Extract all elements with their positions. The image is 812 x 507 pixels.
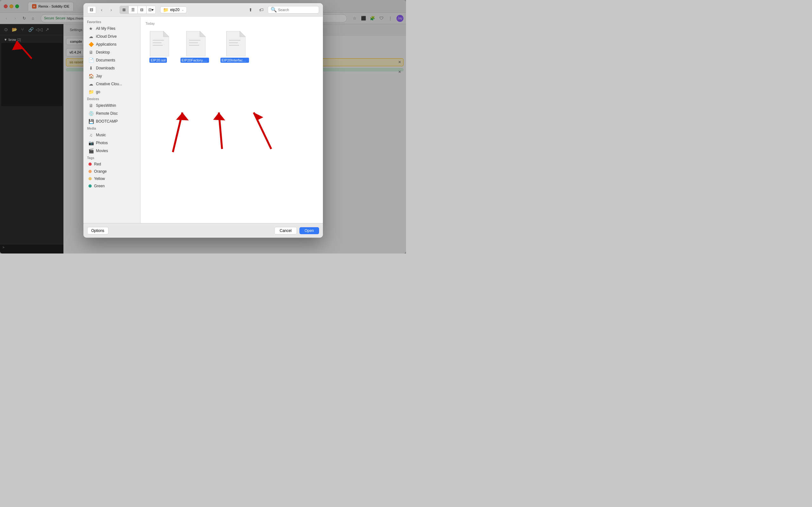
icloud-icon: ☁ (89, 34, 94, 39)
desktop-icon: 🖥 (89, 50, 94, 55)
downloads-icon: ⬇ (89, 66, 94, 71)
sidebar-item-label: Yellow (94, 176, 105, 181)
file-item-eip20factory[interactable]: EIP20Factory.sol (179, 29, 211, 65)
sidebar-item-applications[interactable]: 🔶 Applications (85, 41, 139, 48)
location-name: eip20 (170, 8, 180, 12)
picker-forward-btn[interactable]: › (107, 6, 115, 14)
applications-icon: 🔶 (89, 42, 94, 47)
svg-rect-6 (229, 40, 241, 41)
svg-marker-10 (12, 41, 22, 50)
picker-back-btn[interactable]: ‹ (98, 6, 106, 14)
tag-green-dot (89, 184, 92, 187)
search-input[interactable] (278, 8, 316, 12)
media-label: Media (84, 125, 140, 131)
computer-icon: 🖥 (89, 103, 94, 108)
sidebar-item-label: Desktop (96, 50, 110, 55)
sidebar-item-documents[interactable]: 📄 Documents (85, 56, 139, 64)
sidebar-item-label: Movies (96, 149, 108, 153)
all-files-icon: ★ (89, 26, 94, 31)
picker-tag-btn[interactable]: 🏷 (257, 6, 266, 14)
svg-rect-4 (189, 43, 198, 43)
sidebar-item-music[interactable]: ♫ Music (85, 131, 139, 139)
svg-rect-7 (229, 43, 238, 43)
sidebar-item-label: Applications (96, 42, 117, 47)
picker-sidebar: Favorites ★ All My Files ☁ iCloud Drive … (84, 16, 141, 223)
sidebar-toggle-btn[interactable]: ⊟ (87, 6, 96, 14)
tag-orange-dot (89, 170, 92, 173)
tags-label: Tags (84, 155, 140, 160)
photos-icon: 📷 (89, 140, 94, 146)
movies-icon: 🎬 (89, 148, 94, 153)
picker-toolbar: ⊟ ‹ › ⊞ ☰ ⊟ ⊡▾ 📁 eip20 ⌄ ⬆ 🏷 (84, 3, 323, 16)
picker-body: Favorites ★ All My Files ☁ iCloud Drive … (84, 16, 323, 223)
disc-icon: 💿 (89, 111, 94, 116)
view-cover-btn[interactable]: ⊡▾ (147, 6, 155, 14)
browser-window: R Remix - Solidity IDE ‹ › ↻ ⌂ Secure Se… (0, 0, 406, 253)
sidebar-item-go[interactable]: 📁 go (85, 88, 139, 96)
file-icon-eip20interface (224, 31, 246, 56)
picker-location[interactable]: 📁 eip20 ⌄ (160, 6, 187, 13)
sidebar-item-remote-disc[interactable]: 💿 Remote Disc (85, 110, 139, 117)
options-button[interactable]: Options (87, 227, 108, 234)
file-label-eip20factory: EIP20Factory.sol (181, 58, 209, 63)
sidebar-item-jay[interactable]: 🏠 Jay (85, 72, 139, 80)
file-item-eip20interface[interactable]: EIP20Interface.sol (218, 29, 251, 65)
picker-footer: Options Cancel Open (84, 223, 323, 238)
sidebar-item-label: Documents (96, 58, 115, 62)
sidebar-item-label: All My Files (96, 26, 115, 31)
sidebar-item-label: BOOTCAMP (96, 119, 118, 124)
favorites-label: Favorites (84, 19, 140, 24)
svg-rect-2 (153, 45, 163, 46)
sidebar-item-downloads[interactable]: ⬇ Downloads (85, 64, 139, 72)
sidebar-item-icloud[interactable]: ☁ iCloud Drive (85, 33, 139, 40)
documents-icon: 📄 (89, 58, 94, 63)
view-list-btn[interactable]: ☰ (129, 6, 138, 14)
sidebar-item-tag-red[interactable]: Red (85, 161, 139, 168)
sidebar-item-bootcamp[interactable]: 💾 BOOTCAMP (85, 118, 139, 125)
file-picker: ⊟ ‹ › ⊞ ☰ ⊟ ⊡▾ 📁 eip20 ⌄ ⬆ 🏷 (84, 3, 323, 238)
sidebar-item-label: Music (96, 133, 106, 137)
location-folder-icon: 📁 (163, 7, 168, 12)
sidebar-item-movies[interactable]: 🎬 Movies (85, 147, 139, 155)
sidebar-item-label: Photos (96, 141, 108, 145)
view-icon-btn[interactable]: ⊞ (120, 6, 129, 14)
cancel-button[interactable]: Cancel (274, 227, 297, 234)
file-icon-eip20factory (184, 31, 206, 56)
user-home-icon: 🏠 (89, 73, 94, 78)
svg-rect-5 (189, 45, 199, 46)
sidebar-item-label: iCloud Drive (96, 34, 117, 39)
picker-search[interactable]: 🔍 (268, 6, 319, 14)
sidebar-item-label: Creative Clou... (96, 82, 122, 86)
sidebar-item-desktop[interactable]: 🖥 Desktop (85, 49, 139, 56)
sidebar-item-label: Downloads (96, 66, 115, 70)
sidebar-item-photos[interactable]: 📷 Photos (85, 139, 139, 147)
sidebar-item-label: go (96, 90, 100, 94)
picker-share-btn[interactable]: ⬆ (246, 6, 255, 14)
sidebar-item-label: SpiesWithin (96, 103, 116, 108)
sidebar-item-tag-green[interactable]: Green (85, 182, 139, 189)
sidebar-item-spieswithin[interactable]: 🖥 SpiesWithin (85, 102, 139, 109)
devices-label: Devices (84, 96, 140, 101)
sidebar-item-label: Orange (94, 169, 107, 174)
search-icon: 🔍 (270, 7, 277, 13)
svg-rect-1 (153, 43, 161, 43)
dialog-overlay: ⊟ ‹ › ⊞ ☰ ⊟ ⊡▾ 📁 eip20 ⌄ ⬆ 🏷 (0, 0, 406, 253)
svg-rect-8 (229, 45, 239, 46)
bootcamp-icon: 💾 (89, 119, 94, 124)
file-label-eip20: EIP20.sol (149, 58, 167, 63)
file-item-eip20[interactable]: EIP20.sol (146, 29, 171, 65)
svg-line-9 (16, 41, 32, 59)
sidebar-item-all-my-files[interactable]: ★ All My Files (85, 25, 139, 32)
sidebar-item-creative-cloud[interactable]: ☁ Creative Clou... (85, 80, 139, 88)
sidebar-item-tag-yellow[interactable]: Yellow (85, 175, 139, 182)
go-folder-icon: 📁 (89, 89, 94, 95)
music-icon: ♫ (89, 132, 94, 137)
tag-yellow-dot (89, 177, 92, 180)
file-icon-eip20 (148, 31, 169, 56)
svg-rect-0 (153, 40, 164, 41)
view-columns-btn[interactable]: ⊟ (138, 6, 147, 14)
picker-view-group: ⊞ ☰ ⊟ ⊡▾ (119, 6, 156, 14)
sidebar-item-tag-orange[interactable]: Orange (85, 168, 139, 175)
open-button[interactable]: Open (299, 227, 319, 234)
sidebar-item-label: Remote Disc (96, 111, 118, 116)
